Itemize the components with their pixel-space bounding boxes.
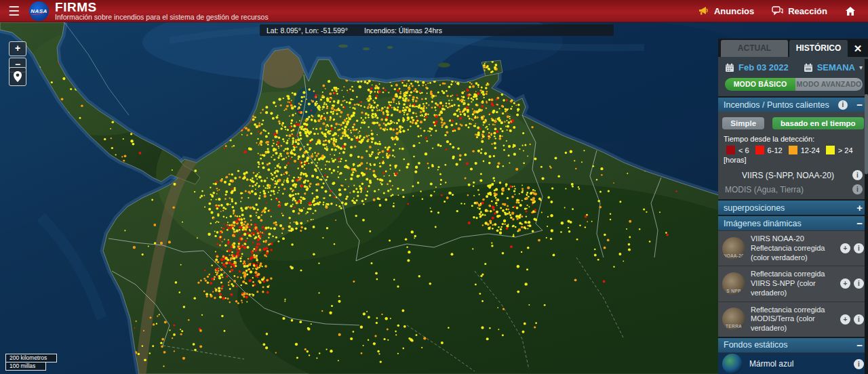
add-layer-icon[interactable]: + [840, 278, 850, 289]
info-icon[interactable]: i [854, 278, 864, 289]
app-subtitle: Información sobre incendios para el sist… [55, 14, 269, 21]
scale-kilometers: 200 kilometros [5, 354, 57, 362]
firms-app: ☰ NASA FIRMS Información sobre incendios… [0, 0, 868, 374]
info-icon[interactable]: i [854, 314, 864, 325]
section-overlays-header[interactable]: superposiciones + [718, 201, 868, 215]
thumb-label: TERRA [722, 324, 745, 329]
range-select[interactable]: SEMANA [817, 62, 855, 72]
imagery-row-terra: TERRA Reflectancia corregida MODIS/Terra… [718, 302, 868, 337]
locate-button[interactable] [9, 67, 26, 86]
header-actions: Anuncios Reacción [698, 6, 868, 16]
panel-tabbar: ACTUAL HISTÓRICO ✕ [718, 39, 868, 57]
map-info-bar: Lat: 8.095°, Lon: -51.599° Incendios: Úl… [260, 24, 614, 36]
legend-row: < 6 6-12 12-24 > 24 [726, 146, 864, 154]
imagery-label: Reflectancia corregida MODIS/Terra (colo… [751, 306, 836, 333]
scrollbar-thumb[interactable] [865, 94, 868, 174]
row-icons: + i [840, 314, 864, 325]
basic-mode-button[interactable]: MODO BÁSICO [725, 78, 795, 91]
expand-icon: + [853, 202, 863, 213]
megaphone-icon [698, 6, 709, 16]
noaa20-thumbnail: NOAA-20 [722, 237, 745, 260]
collapse-icon: − [853, 217, 863, 229]
row-icons: + i [840, 243, 864, 253]
location-pin-icon [13, 70, 22, 83]
backgrounds-title: Fondos estáticos [724, 340, 853, 350]
zoom-in-button[interactable]: + [9, 41, 26, 56]
hotspots-body: Simple basado en el tiempo Tiempo desde … [718, 112, 868, 199]
feedback-button[interactable]: Reacción [772, 6, 827, 16]
nasa-logo[interactable]: NASA [29, 1, 49, 21]
mode-switch: MODO BÁSICO MODO AVANZADO [725, 78, 863, 91]
tab-historico[interactable]: HISTÓRICO [789, 40, 848, 57]
imagery-row-snpp: S NPP Reflectancia corregida VIIRS S-NPP… [718, 266, 868, 301]
section-hotspots-header[interactable]: Incendios / Puntos calientes i − [718, 98, 868, 112]
legend-unit: [horas] [724, 156, 864, 164]
cursor-coordinates: Lat: 8.095°, Lon: -51.599° [267, 26, 353, 35]
home-button[interactable] [845, 6, 856, 16]
row-icons: + i [840, 278, 864, 289]
modis-info-icon[interactable]: i [852, 184, 863, 194]
tab-actual[interactable]: ACTUAL [721, 40, 788, 57]
legend-swatch-6-12 [755, 146, 764, 154]
legend-label-gt24: > 24 [838, 146, 853, 154]
legend-label-6-12: 6-12 [768, 146, 783, 154]
thumb-label: S NPP [722, 289, 745, 293]
simple-button[interactable]: Simple [722, 117, 764, 129]
time-based-button[interactable]: basado en el tiempo [772, 117, 864, 129]
scale-miles: 100 millas [5, 362, 46, 371]
hotspots-title: Incendios / Puntos calientes [724, 100, 838, 110]
viirs-info-icon[interactable]: i [852, 170, 863, 180]
nasa-logo-text: NASA [31, 8, 47, 14]
collapse-icon: − [853, 99, 863, 110]
chat-icon [772, 6, 783, 16]
info-icon[interactable]: i [854, 243, 864, 253]
calendar-range-icon [804, 63, 813, 72]
overlays-title: superposiciones [724, 203, 853, 213]
info-icon[interactable]: i [854, 359, 864, 369]
time-controls: Feb 03 2022 SEMANA ▾ MODO BÁSICO MODO AV… [718, 57, 868, 96]
section-backgrounds-header[interactable]: Fondos estáticos − [718, 338, 868, 352]
viirs-layer-label: VIIRS (S-NPP, NOAA-20) [724, 171, 852, 180]
close-panel-icon[interactable]: ✕ [848, 40, 868, 57]
add-layer-icon[interactable]: + [840, 243, 850, 253]
app-title: FIRMS [55, 1, 269, 14]
thumb-label: NOAA-20 [722, 253, 745, 258]
map-scale: 200 kilometros 100 millas [5, 354, 57, 371]
blue-marble-thumbnail [722, 354, 743, 374]
fires-period-label: Incendios: Últimas 24hrs [364, 26, 442, 35]
collapse-icon: − [853, 339, 863, 351]
home-icon [845, 6, 856, 16]
advanced-mode-button[interactable]: MODO AVANZADO [795, 78, 863, 91]
section-imagery-header[interactable]: Imágenes dinámicas − [718, 216, 868, 230]
hotspot-style-buttons: Simple basado en el tiempo [722, 117, 864, 129]
background-row-blue-marble[interactable]: Mármol azul i [718, 352, 868, 374]
hotspots-info-icon[interactable]: i [838, 100, 848, 110]
app-header: ☰ NASA FIRMS Información sobre incendios… [0, 0, 868, 22]
legend-swatch-lt6 [726, 146, 735, 154]
feedback-label: Reacción [788, 6, 827, 16]
calendar-icon [725, 63, 734, 72]
announcements-label: Anuncios [714, 6, 754, 16]
terra-thumbnail: TERRA [722, 308, 745, 331]
imagery-title: Imágenes dinámicas [724, 219, 853, 228]
imagery-label: Reflectancia corregida VIIRS S-NPP (colo… [751, 270, 836, 297]
add-layer-icon[interactable]: + [840, 314, 850, 325]
background-label: Mármol azul [749, 359, 854, 369]
modis-layer-label: MODIS (Agua, Tierra) [724, 185, 852, 194]
layers-panel: ACTUAL HISTÓRICO ✕ Feb 03 2022 [718, 39, 868, 374]
legend-swatch-gt24 [826, 146, 835, 154]
legend-title: Tiempo desde la detección: [724, 135, 864, 143]
imagery-label: VIIRS NOAA-20 Reflectancia corregida (co… [751, 234, 836, 262]
date-row: Feb 03 2022 SEMANA ▾ [725, 62, 863, 72]
menu-icon[interactable]: ☰ [8, 0, 20, 22]
snpp-thumbnail: S NPP [722, 272, 745, 295]
viirs-layer-row: VIIRS (S-NPP, NOAA-20) i [722, 168, 864, 182]
legend-label-12-24: 12-24 [801, 146, 820, 154]
announcements-button[interactable]: Anuncios [698, 6, 754, 16]
chevron-down-icon[interactable]: ▾ [859, 64, 863, 71]
legend-swatch-12-24 [789, 146, 797, 154]
modis-layer-row: MODIS (Agua, Tierra) i [722, 182, 864, 196]
legend-label-lt6: < 6 [738, 146, 749, 154]
title-block: FIRMS Información sobre incendios para e… [55, 1, 269, 22]
date-picker[interactable]: Feb 03 2022 [738, 62, 789, 72]
